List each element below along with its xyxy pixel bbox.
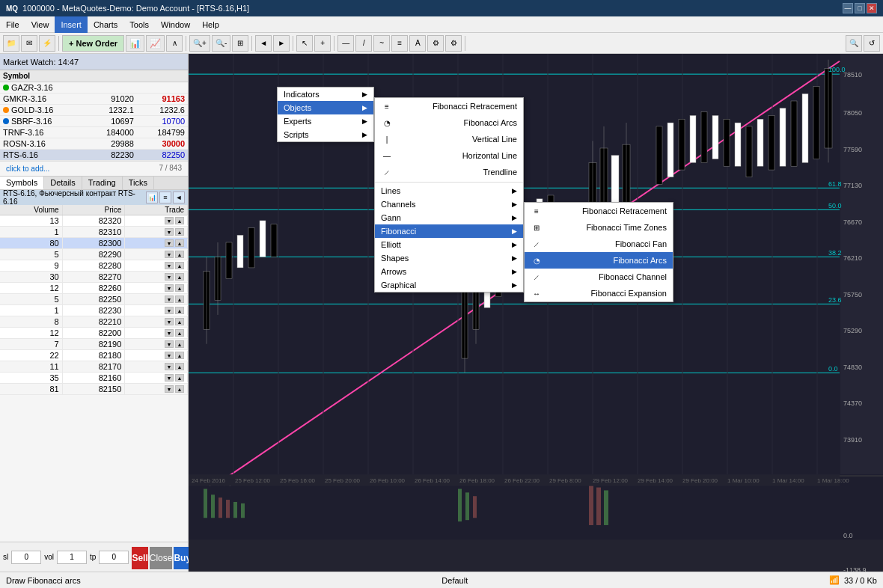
fib-retracement-item[interactable]: ≡ Fibonacci Retracement	[525, 203, 673, 219]
up-arrow[interactable]: ▲	[175, 273, 184, 281]
up-arrow[interactable]: ▲	[175, 374, 184, 382]
toolbar-chart-btn-1[interactable]: 📊	[126, 35, 144, 52]
tab-ticks[interactable]: Ticks	[123, 177, 154, 189]
up-arrow[interactable]: ▲	[175, 239, 184, 247]
up-arrow[interactable]: ▲	[175, 329, 184, 337]
objects-lines[interactable]: Lines ▶	[375, 184, 523, 197]
toolbar-draw-1[interactable]: —	[337, 35, 354, 52]
up-arrow[interactable]: ▲	[175, 363, 184, 370]
objects-graphical[interactable]: Graphical ▶	[375, 278, 523, 292]
down-arrow[interactable]: ▼	[165, 352, 174, 359]
down-arrow[interactable]: ▼	[165, 318, 174, 325]
toolbar-btn-3[interactable]: ⚡	[39, 35, 55, 52]
table-row[interactable]: TRNF-3.16 184000 184799	[0, 127, 188, 138]
objects-trendline[interactable]: ⟋ Trendline	[375, 164, 523, 180]
toolbar-zoom-out[interactable]: 🔍-	[212, 35, 230, 52]
down-arrow[interactable]: ▼	[165, 363, 174, 370]
up-arrow[interactable]: ▲	[175, 217, 184, 224]
close-button[interactable]: ✕	[867, 3, 877, 13]
objects-fibonacci[interactable]: Fibonacci ▶	[375, 224, 523, 238]
toolbar-crosshair[interactable]: +	[314, 35, 331, 52]
menu-indicators[interactable]: Indicators ▶	[278, 88, 373, 101]
list-icon[interactable]: ≡	[159, 192, 171, 203]
fib-expansion-item[interactable]: ↔ Fibonacci Expansion	[525, 285, 673, 301]
fib-channel-item[interactable]: ⟋ Fibonacci Channel	[525, 269, 673, 285]
menu-scripts[interactable]: Scripts ▶	[278, 128, 373, 141]
down-arrow[interactable]: ▼	[165, 284, 174, 292]
table-row[interactable]: 182310▼▲	[0, 227, 188, 238]
table-row[interactable]: 3082270▼▲	[0, 272, 188, 283]
toolbar-draw-3[interactable]: ~	[373, 35, 390, 52]
table-row[interactable]: ROSN-3.16 29988 30000	[0, 138, 188, 150]
toolbar-search[interactable]: 🔍	[846, 35, 862, 52]
table-row[interactable]: GAZR-3.16	[0, 82, 188, 94]
objects-shapes[interactable]: Shapes ▶	[375, 251, 523, 265]
menu-view[interactable]: View	[25, 16, 55, 33]
fib-arcs-item[interactable]: ◔ Fibonacci Arcs	[525, 252, 673, 269]
sell-button[interactable]: Sell	[132, 547, 147, 569]
table-row[interactable]: GOLD-3.16 1232.1 1232.6	[0, 105, 188, 116]
title-controls[interactable]: — □ ✕	[843, 3, 877, 13]
objects-fib-retracement[interactable]: ≡ Fibonacci Retracement	[375, 98, 523, 114]
objects-elliott[interactable]: Elliott ▶	[375, 238, 523, 251]
down-arrow[interactable]: ▼	[165, 385, 174, 393]
objects-horizontal-line[interactable]: — Horizontal Line	[375, 147, 523, 164]
up-arrow[interactable]: ▲	[175, 228, 184, 236]
table-row[interactable]: GMKR-3.16 91020 91163	[0, 94, 188, 105]
up-arrow[interactable]: ▲	[175, 318, 184, 325]
objects-channels[interactable]: Channels ▶	[375, 197, 523, 211]
down-arrow[interactable]: ▼	[165, 307, 174, 314]
up-arrow[interactable]: ▲	[175, 352, 184, 359]
down-arrow[interactable]: ▼	[165, 295, 174, 303]
chart-icon[interactable]: 📊	[146, 192, 158, 203]
menu-file[interactable]: File	[0, 16, 25, 33]
table-row[interactable]: 8082300▼▲	[0, 238, 188, 249]
toolbar-scroll-left[interactable]: ◄	[255, 35, 272, 52]
objects-fib-arcs[interactable]: ◔ Fibonacci Arcs	[375, 114, 523, 131]
table-row[interactable]: 582250▼▲	[0, 294, 188, 305]
tab-details[interactable]: Details	[44, 177, 82, 189]
toolbar-fib[interactable]: ≡	[391, 35, 408, 52]
fib-time-zones-item[interactable]: ⊞ Fibonacci Time Zones	[525, 219, 673, 236]
add-symbol-text[interactable]: click to add...	[3, 163, 52, 174]
tab-trading[interactable]: Trading	[82, 177, 123, 189]
fib-fan-item[interactable]: ⟋ Fibonacci Fan	[525, 236, 673, 252]
toolbar-zoom-in[interactable]: 🔍+	[189, 35, 210, 52]
arrow-left-icon[interactable]: ◄	[173, 192, 185, 203]
toolbar-btn-1[interactable]: 📁	[3, 35, 19, 52]
table-row[interactable]: 1382320▼▲	[0, 215, 188, 227]
table-row[interactable]: 8182150▼▲	[0, 384, 188, 395]
menu-help[interactable]: Help	[196, 16, 225, 33]
menu-insert[interactable]: Insert	[55, 16, 88, 33]
down-arrow[interactable]: ▼	[165, 228, 174, 236]
objects-gann[interactable]: Gann ▶	[375, 211, 523, 224]
up-arrow[interactable]: ▲	[175, 251, 184, 258]
table-row[interactable]: 2282180▼▲	[0, 350, 188, 361]
down-arrow[interactable]: ▼	[165, 262, 174, 269]
table-row[interactable]: 882210▼▲	[0, 316, 188, 328]
table-row[interactable]: 982280▼▲	[0, 260, 188, 272]
toolbar-draw-2[interactable]: /	[355, 35, 372, 52]
up-arrow[interactable]: ▲	[175, 340, 184, 348]
objects-vertical-line[interactable]: | Vertical Line	[375, 131, 523, 147]
up-arrow[interactable]: ▲	[175, 262, 184, 269]
table-row[interactable]: 782190▼▲	[0, 339, 188, 350]
table-row[interactable]: 1282260▼▲	[0, 283, 188, 294]
up-arrow[interactable]: ▲	[175, 385, 184, 393]
objects-arrows[interactable]: Arrows ▶	[375, 265, 523, 278]
down-arrow[interactable]: ▼	[165, 251, 174, 258]
menu-window[interactable]: Window	[155, 16, 196, 33]
down-arrow[interactable]: ▼	[165, 273, 174, 281]
toolbar-chart-btn-3[interactable]: ∧	[166, 35, 183, 52]
sl-input[interactable]	[11, 551, 41, 564]
down-arrow[interactable]: ▼	[165, 374, 174, 382]
toolbar-more-2[interactable]: ⚙	[445, 35, 462, 52]
up-arrow[interactable]: ▲	[175, 307, 184, 314]
table-row[interactable]: 182230▼▲	[0, 305, 188, 316]
toolbar-btn-2[interactable]: ✉	[21, 35, 37, 52]
toolbar-more-1[interactable]: ⚙	[427, 35, 444, 52]
up-arrow[interactable]: ▲	[175, 284, 184, 292]
close-button[interactable]: Close	[150, 547, 173, 569]
table-row[interactable]: 582290▼▲	[0, 249, 188, 260]
toolbar-cursor[interactable]: ↖	[296, 35, 313, 52]
